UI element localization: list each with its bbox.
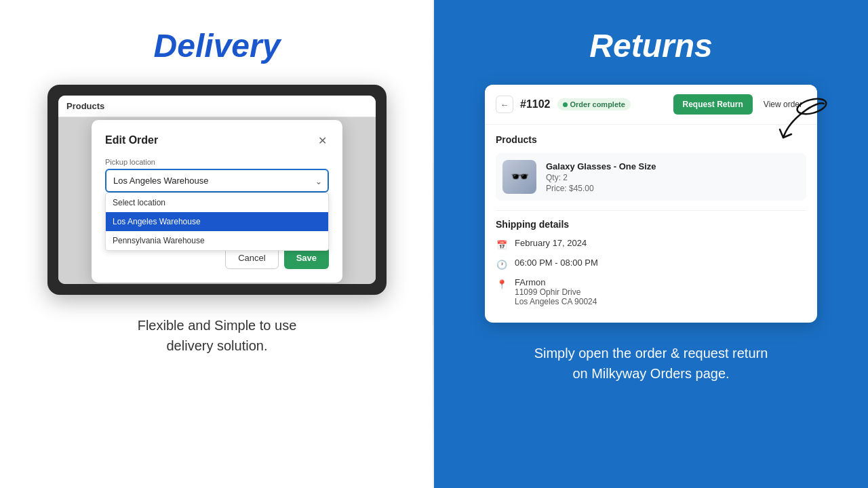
tablet-topbar: Products [58, 96, 376, 117]
products-section-label: Products [496, 134, 806, 145]
address-city: Los Angeles CA 90024 [515, 297, 597, 306]
returns-title: Returns [589, 27, 712, 64]
address-street: 11099 Ophir Drive [515, 287, 597, 297]
status-dot [563, 102, 568, 107]
shipping-date: February 17, 2024 [515, 238, 587, 248]
delivery-title: Delivery [154, 27, 281, 64]
calendar-icon: 📅 [496, 239, 508, 251]
dropdown-placeholder: Select location [106, 193, 328, 212]
order-header-left: ← #1102 Order complete [496, 96, 631, 113]
returns-panel: Returns ← #1102 Order complete Request R… [434, 0, 868, 488]
shipping-time: 06:00 PM - 08:00 PM [515, 258, 598, 268]
order-number: #1102 [520, 98, 551, 110]
tablet-screen: Products Edit Order ✕ Pickup location [58, 96, 376, 284]
location-select-wrapper: Los Angeles Warehouse Select location Lo… [105, 169, 329, 192]
request-return-button[interactable]: Request Return [673, 94, 753, 115]
shipping-date-row: 📅 February 17, 2024 [496, 238, 806, 251]
back-button[interactable]: ← [496, 96, 513, 113]
returns-caption-line2: on Milkyway Orders page. [572, 366, 729, 381]
shipping-section: Shipping details 📅 February 17, 2024 🕐 0… [496, 210, 806, 306]
product-info: Galaxy Glasses - One Size Qty: 2 Price: … [546, 161, 800, 193]
shipping-address-row: 📍 FArmon 11099 Ophir Drive Los Angeles C… [496, 277, 806, 306]
order-card: ← #1102 Order complete Request Return Vi… [485, 85, 817, 323]
close-icon[interactable]: ✕ [315, 134, 329, 147]
edit-order-modal: Edit Order ✕ Pickup location Los Angeles… [92, 120, 342, 283]
order-card-container: ← #1102 Order complete Request Return Vi… [485, 85, 817, 323]
topbar-label: Products [66, 101, 104, 111]
dropdown-item-la[interactable]: Los Angeles Warehouse [106, 212, 328, 231]
delivery-panel: Delivery Products Edit Order ✕ [0, 0, 434, 488]
returns-caption: Simply open the order & request return o… [534, 343, 768, 384]
order-status-badge: Order complete [557, 98, 631, 110]
order-card-body: Products 🕶️ Galaxy Glasses - One Size Qt… [485, 125, 817, 323]
shipping-address: FArmon 11099 Ophir Drive Los Angeles CA … [515, 277, 597, 306]
order-card-header: ← #1102 Order complete Request Return Vi… [485, 85, 817, 125]
product-row: 🕶️ Galaxy Glasses - One Size Qty: 2 Pric… [496, 153, 806, 201]
product-qty: Qty: 2 [546, 173, 800, 182]
tablet-mockup: Products Edit Order ✕ Pickup location [47, 85, 387, 295]
tablet-content: Edit Order ✕ Pickup location Los Angeles… [58, 117, 376, 284]
location-icon: 📍 [496, 278, 508, 290]
pickup-location-label: Pickup location [105, 158, 329, 166]
status-text: Order complete [570, 100, 625, 108]
location-select[interactable]: Los Angeles Warehouse [105, 169, 329, 192]
modal-header: Edit Order ✕ [105, 134, 329, 147]
selected-location-text: Los Angeles Warehouse [113, 176, 208, 186]
location-dropdown: Select location Los Angeles Warehouse Pe… [105, 192, 329, 251]
caption-line2: delivery solution. [167, 338, 268, 353]
clock-icon: 🕐 [496, 258, 508, 270]
address-name: FArmon [515, 277, 597, 287]
product-image: 🕶️ [502, 160, 536, 194]
product-price: Price: $45.00 [546, 184, 800, 193]
modal-overlay: Edit Order ✕ Pickup location Los Angeles… [58, 117, 376, 284]
modal-title: Edit Order [105, 134, 158, 146]
product-name: Galaxy Glasses - One Size [546, 161, 800, 171]
caption-line1: Flexible and Simple to use [138, 318, 297, 333]
returns-caption-line1: Simply open the order & request return [534, 346, 768, 361]
delivery-caption: Flexible and Simple to use delivery solu… [138, 315, 297, 356]
shipping-time-row: 🕐 06:00 PM - 08:00 PM [496, 258, 806, 270]
shipping-section-label: Shipping details [496, 219, 806, 230]
dropdown-item-pa[interactable]: Pennsylvania Warehouse [106, 231, 328, 250]
arrow-annotation [776, 97, 831, 147]
